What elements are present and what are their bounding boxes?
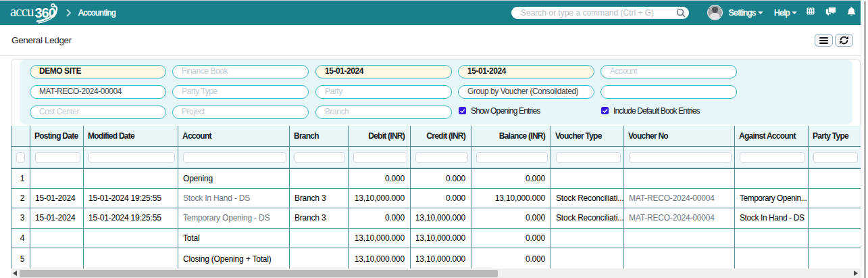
svg-text:360: 360 [35,5,56,20]
svg-text:accu: accu [10,3,34,20]
